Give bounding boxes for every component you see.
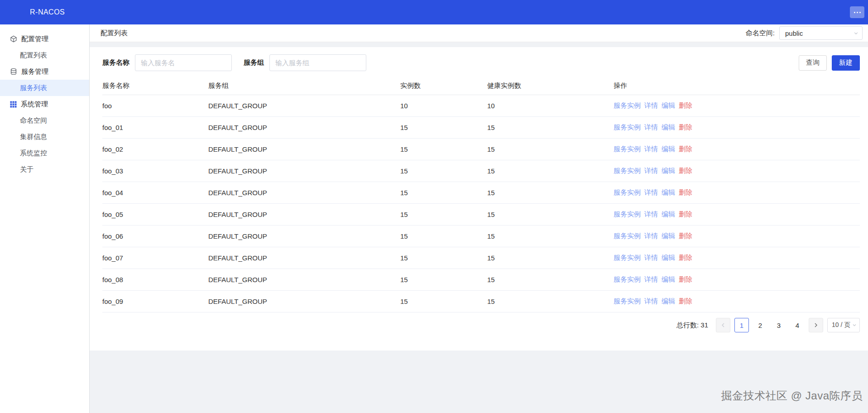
sidebar-item-cluster-info[interactable]: 集群信息 [0,129,89,145]
service-name-cell: foo_07 [102,254,208,262]
edit-link[interactable]: 编辑 [662,254,675,262]
delete-link[interactable]: 删除 [679,101,692,110]
table-row: foo_06 DEFAULT_GROUP 15 15 服务实例 详情 编辑 删除 [102,226,860,247]
detail-link[interactable]: 详情 [644,101,658,110]
detail-link[interactable]: 详情 [644,167,658,175]
service-instances-link[interactable]: 服务实例 [614,123,641,132]
prev-page-button[interactable] [716,318,730,332]
edit-link[interactable]: 编辑 [662,232,675,240]
detail-link[interactable]: 详情 [644,275,658,284]
sidebar-item-about[interactable]: 关于 [0,161,89,178]
sidebar-item-service-list[interactable]: 服务列表 [0,80,89,96]
service-instances-link[interactable]: 服务实例 [614,254,641,262]
table-row: foo_02 DEFAULT_GROUP 15 15 服务实例 详情 编辑 删除 [102,139,860,160]
edit-link[interactable]: 编辑 [662,275,675,284]
service-group-cell: DEFAULT_GROUP [208,211,400,218]
service-name-cell: foo_08 [102,276,208,283]
detail-link[interactable]: 详情 [644,254,658,262]
sidebar-section-system-management[interactable]: 系统管理 [0,96,89,112]
service-group-input[interactable] [269,54,366,71]
healthy-count-cell: 15 [487,298,614,305]
sidebar-item-namespace[interactable]: 命名空间 [0,112,89,129]
sidebar-section-label: 配置管理 [21,35,48,43]
more-button[interactable] [850,6,864,18]
namespace-label: 命名空间: [746,29,775,38]
service-instances-link[interactable]: 服务实例 [614,167,641,175]
instance-count-cell: 15 [400,276,487,283]
table-row: foo_01 DEFAULT_GROUP 15 15 服务实例 详情 编辑 删除 [102,117,860,139]
healthy-count-cell: 15 [487,232,614,240]
page-button-4[interactable]: 4 [790,318,805,332]
detail-link[interactable]: 详情 [644,188,658,197]
filter-bar: 服务名称 服务组 查询 新建 [102,54,860,71]
table-row: foo_08 DEFAULT_GROUP 15 15 服务实例 详情 编辑 删除 [102,269,860,291]
service-group-cell: DEFAULT_GROUP [208,124,400,131]
delete-link[interactable]: 删除 [679,210,692,219]
delete-link[interactable]: 删除 [679,297,692,306]
sidebar-section-service-management[interactable]: 服务管理 [0,63,89,80]
edit-link[interactable]: 编辑 [662,145,675,154]
delete-link[interactable]: 删除 [679,232,692,240]
detail-link[interactable]: 详情 [644,210,658,219]
healthy-count-cell: 15 [487,145,614,153]
row-actions: 服务实例 详情 编辑 删除 [614,254,860,262]
column-header-actions: 操作 [614,82,860,90]
sidebar-item-config-list[interactable]: 配置列表 [0,47,89,63]
service-group-cell: DEFAULT_GROUP [208,232,400,240]
edit-link[interactable]: 编辑 [662,188,675,197]
query-button[interactable]: 查询 [799,55,827,71]
edit-link[interactable]: 编辑 [662,210,675,219]
chevron-down-icon [852,323,857,327]
service-instances-link[interactable]: 服务实例 [614,275,641,284]
page-button-1[interactable]: 1 [734,318,749,332]
watermark-text: 掘金技术社区 @ Java陈序员 [721,389,863,403]
namespace-select[interactable]: public [779,26,863,40]
page-button-2[interactable]: 2 [753,318,767,332]
page-button-3[interactable]: 3 [772,318,786,332]
delete-link[interactable]: 删除 [679,123,692,132]
service-instances-link[interactable]: 服务实例 [614,232,641,240]
service-name-label: 服务名称 [102,58,129,67]
service-name-cell: foo_05 [102,211,208,218]
service-group-cell: DEFAULT_GROUP [208,189,400,197]
detail-link[interactable]: 详情 [644,297,658,306]
edit-link[interactable]: 编辑 [662,297,675,306]
row-actions: 服务实例 详情 编辑 删除 [614,145,860,154]
service-instances-link[interactable]: 服务实例 [614,145,641,154]
create-button[interactable]: 新建 [832,55,860,71]
service-name-input[interactable] [135,54,232,71]
namespace-control: 命名空间: public [746,26,863,40]
row-actions: 服务实例 详情 编辑 删除 [614,101,860,110]
table-body: foo DEFAULT_GROUP 10 10 服务实例 详情 编辑 删除 fo… [102,95,860,312]
edit-link[interactable]: 编辑 [662,101,675,110]
column-header-instance-count: 实例数 [400,82,487,90]
detail-link[interactable]: 详情 [644,123,658,132]
instance-count-cell: 15 [400,254,487,262]
service-instances-link[interactable]: 服务实例 [614,297,641,306]
delete-link[interactable]: 删除 [679,145,692,154]
service-name-cell: foo [102,102,208,110]
sidebar-item-system-monitor[interactable]: 系统监控 [0,145,89,161]
service-group-cell: DEFAULT_GROUP [208,276,400,283]
detail-link[interactable]: 详情 [644,145,658,154]
service-name-cell: foo_09 [102,298,208,305]
delete-link[interactable]: 删除 [679,167,692,175]
delete-link[interactable]: 删除 [679,275,692,284]
instance-count-cell: 15 [400,232,487,240]
service-instances-link[interactable]: 服务实例 [614,210,641,219]
sidebar: 配置管理 配置列表 服务管理 服务列表 系统管理 命名空间 集群信息 系统监控 … [0,24,90,413]
sidebar-section-config-management[interactable]: 配置管理 [0,31,89,47]
detail-link[interactable]: 详情 [644,232,658,240]
edit-link[interactable]: 编辑 [662,167,675,175]
table-row: foo_05 DEFAULT_GROUP 15 15 服务实例 详情 编辑 删除 [102,204,860,226]
edit-link[interactable]: 编辑 [662,123,675,132]
delete-link[interactable]: 删除 [679,254,692,262]
service-group-cell: DEFAULT_GROUP [208,254,400,262]
delete-link[interactable]: 删除 [679,188,692,197]
service-instances-link[interactable]: 服务实例 [614,101,641,110]
page-size-select[interactable]: 10 / 页 [827,318,860,332]
service-instances-link[interactable]: 服务实例 [614,188,641,197]
next-page-button[interactable] [809,318,823,332]
service-name-cell: foo_06 [102,232,208,240]
service-name-cell: foo_02 [102,145,208,153]
